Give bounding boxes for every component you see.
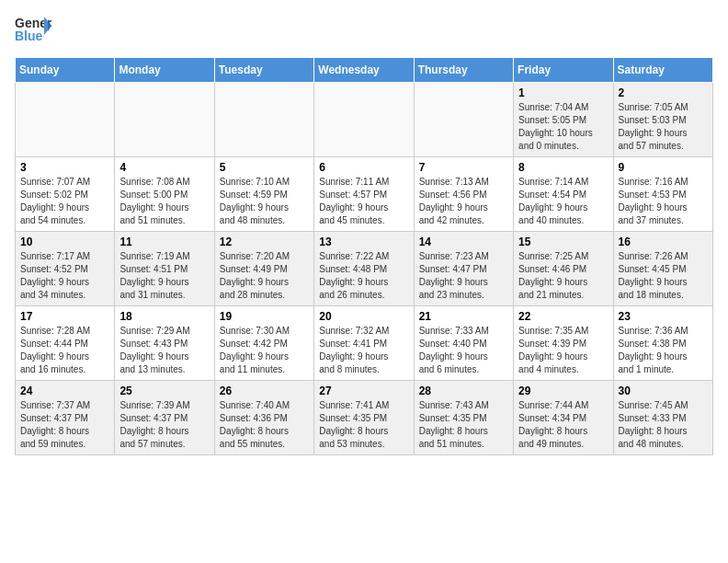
day-detail: Sunrise: 7:07 AM Sunset: 5:02 PM Dayligh… xyxy=(20,176,109,227)
calendar-cell: 7Sunrise: 7:13 AM Sunset: 4:56 PM Daylig… xyxy=(414,157,513,232)
calendar-cell: 20Sunrise: 7:32 AM Sunset: 4:41 PM Dayli… xyxy=(314,306,414,381)
calendar-cell xyxy=(115,83,214,157)
day-detail: Sunrise: 7:25 AM Sunset: 4:46 PM Dayligh… xyxy=(518,250,608,302)
calendar-header-row: SundayMondayTuesdayWednesdayThursdayFrid… xyxy=(16,58,713,83)
day-detail: Sunrise: 7:26 AM Sunset: 4:45 PM Dayligh… xyxy=(619,250,708,302)
calendar-header-wednesday: Wednesday xyxy=(314,58,414,83)
day-number: 10 xyxy=(20,236,109,248)
day-detail: Sunrise: 7:35 AM Sunset: 4:39 PM Dayligh… xyxy=(518,325,608,376)
day-detail: Sunrise: 7:17 AM Sunset: 4:52 PM Dayligh… xyxy=(20,250,109,302)
day-number: 5 xyxy=(220,161,309,174)
calendar-table: SundayMondayTuesdayWednesdayThursdayFrid… xyxy=(15,57,713,455)
day-number: 8 xyxy=(518,161,608,174)
day-number: 14 xyxy=(419,236,508,248)
day-number: 28 xyxy=(419,385,508,397)
day-number: 21 xyxy=(419,310,508,323)
day-detail: Sunrise: 7:32 AM Sunset: 4:41 PM Dayligh… xyxy=(319,325,408,376)
calendar-cell: 21Sunrise: 7:33 AM Sunset: 4:40 PM Dayli… xyxy=(414,306,513,381)
calendar-cell: 26Sunrise: 7:40 AM Sunset: 4:36 PM Dayli… xyxy=(214,381,313,455)
day-detail: Sunrise: 7:11 AM Sunset: 4:57 PM Dayligh… xyxy=(319,176,408,227)
day-number: 4 xyxy=(119,161,209,174)
day-detail: Sunrise: 7:30 AM Sunset: 4:42 PM Dayligh… xyxy=(220,325,309,376)
calendar-header-tuesday: Tuesday xyxy=(214,58,313,83)
calendar-cell xyxy=(16,83,115,157)
day-detail: Sunrise: 7:20 AM Sunset: 4:49 PM Dayligh… xyxy=(220,250,309,302)
calendar-cell xyxy=(414,83,513,157)
day-number: 22 xyxy=(518,310,608,323)
calendar-cell: 25Sunrise: 7:39 AM Sunset: 4:37 PM Dayli… xyxy=(115,381,214,455)
day-detail: Sunrise: 7:14 AM Sunset: 4:54 PM Dayligh… xyxy=(518,176,608,227)
calendar-cell xyxy=(314,83,414,157)
calendar-cell: 10Sunrise: 7:17 AM Sunset: 4:52 PM Dayli… xyxy=(16,232,115,306)
day-number: 7 xyxy=(419,161,508,174)
calendar-cell: 27Sunrise: 7:41 AM Sunset: 4:35 PM Dayli… xyxy=(314,381,414,455)
calendar-cell: 14Sunrise: 7:23 AM Sunset: 4:47 PM Dayli… xyxy=(414,232,513,306)
calendar-header-thursday: Thursday xyxy=(414,58,513,83)
day-number: 11 xyxy=(119,236,209,248)
day-detail: Sunrise: 7:13 AM Sunset: 4:56 PM Dayligh… xyxy=(419,176,508,227)
day-detail: Sunrise: 7:05 AM Sunset: 5:03 PM Dayligh… xyxy=(619,101,708,153)
day-detail: Sunrise: 7:37 AM Sunset: 4:37 PM Dayligh… xyxy=(20,399,109,451)
calendar-header-monday: Monday xyxy=(115,58,214,83)
calendar-cell: 17Sunrise: 7:28 AM Sunset: 4:44 PM Dayli… xyxy=(16,306,115,381)
day-detail: Sunrise: 7:33 AM Sunset: 4:40 PM Dayligh… xyxy=(419,325,508,376)
day-detail: Sunrise: 7:45 AM Sunset: 4:33 PM Dayligh… xyxy=(619,399,708,451)
calendar-header-saturday: Saturday xyxy=(613,58,712,83)
calendar-week-4: 24Sunrise: 7:37 AM Sunset: 4:37 PM Dayli… xyxy=(16,381,713,455)
day-number: 2 xyxy=(619,86,708,99)
calendar-cell: 1Sunrise: 7:04 AM Sunset: 5:05 PM Daylig… xyxy=(514,83,613,157)
calendar-cell: 12Sunrise: 7:20 AM Sunset: 4:49 PM Dayli… xyxy=(214,232,313,306)
day-number: 17 xyxy=(20,310,109,323)
calendar-week-1: 3Sunrise: 7:07 AM Sunset: 5:02 PM Daylig… xyxy=(16,157,713,232)
day-number: 9 xyxy=(619,161,708,174)
day-detail: Sunrise: 7:19 AM Sunset: 4:51 PM Dayligh… xyxy=(119,250,209,302)
day-detail: Sunrise: 7:43 AM Sunset: 4:35 PM Dayligh… xyxy=(419,399,508,451)
day-number: 16 xyxy=(619,236,708,248)
calendar-cell xyxy=(214,83,313,157)
calendar-cell: 29Sunrise: 7:44 AM Sunset: 4:34 PM Dayli… xyxy=(514,381,613,455)
day-detail: Sunrise: 7:10 AM Sunset: 4:59 PM Dayligh… xyxy=(220,176,309,227)
calendar-cell: 13Sunrise: 7:22 AM Sunset: 4:48 PM Dayli… xyxy=(314,232,414,306)
logo-icon: General Blue xyxy=(15,15,51,48)
calendar-week-0: 1Sunrise: 7:04 AM Sunset: 5:05 PM Daylig… xyxy=(16,83,713,157)
day-detail: Sunrise: 7:40 AM Sunset: 4:36 PM Dayligh… xyxy=(220,399,309,451)
day-number: 12 xyxy=(220,236,309,248)
day-detail: Sunrise: 7:28 AM Sunset: 4:44 PM Dayligh… xyxy=(20,325,109,376)
day-number: 25 xyxy=(119,385,209,397)
calendar-cell: 16Sunrise: 7:26 AM Sunset: 4:45 PM Dayli… xyxy=(613,232,712,306)
day-number: 3 xyxy=(20,161,109,174)
header: General Blue xyxy=(15,15,713,48)
day-number: 26 xyxy=(220,385,309,397)
calendar-cell: 18Sunrise: 7:29 AM Sunset: 4:43 PM Dayli… xyxy=(115,306,214,381)
day-detail: Sunrise: 7:04 AM Sunset: 5:05 PM Dayligh… xyxy=(518,101,608,153)
calendar-cell: 19Sunrise: 7:30 AM Sunset: 4:42 PM Dayli… xyxy=(214,306,313,381)
calendar-header-sunday: Sunday xyxy=(16,58,115,83)
day-number: 29 xyxy=(518,385,608,397)
calendar-cell: 28Sunrise: 7:43 AM Sunset: 4:35 PM Dayli… xyxy=(414,381,513,455)
day-detail: Sunrise: 7:08 AM Sunset: 5:00 PM Dayligh… xyxy=(119,176,209,227)
calendar-cell: 4Sunrise: 7:08 AM Sunset: 5:00 PM Daylig… xyxy=(115,157,214,232)
logo: General Blue xyxy=(15,15,51,48)
calendar-cell: 24Sunrise: 7:37 AM Sunset: 4:37 PM Dayli… xyxy=(16,381,115,455)
svg-text:Blue: Blue xyxy=(15,29,43,43)
calendar-week-3: 17Sunrise: 7:28 AM Sunset: 4:44 PM Dayli… xyxy=(16,306,713,381)
calendar-cell: 23Sunrise: 7:36 AM Sunset: 4:38 PM Dayli… xyxy=(613,306,712,381)
day-detail: Sunrise: 7:16 AM Sunset: 4:53 PM Dayligh… xyxy=(619,176,708,227)
day-detail: Sunrise: 7:41 AM Sunset: 4:35 PM Dayligh… xyxy=(319,399,408,451)
day-detail: Sunrise: 7:22 AM Sunset: 4:48 PM Dayligh… xyxy=(319,250,408,302)
day-number: 23 xyxy=(619,310,708,323)
day-detail: Sunrise: 7:36 AM Sunset: 4:38 PM Dayligh… xyxy=(619,325,708,376)
calendar-cell: 3Sunrise: 7:07 AM Sunset: 5:02 PM Daylig… xyxy=(16,157,115,232)
day-number: 27 xyxy=(319,385,408,397)
day-number: 15 xyxy=(518,236,608,248)
day-number: 20 xyxy=(319,310,408,323)
calendar-cell: 15Sunrise: 7:25 AM Sunset: 4:46 PM Dayli… xyxy=(514,232,613,306)
day-detail: Sunrise: 7:23 AM Sunset: 4:47 PM Dayligh… xyxy=(419,250,508,302)
day-detail: Sunrise: 7:44 AM Sunset: 4:34 PM Dayligh… xyxy=(518,399,608,451)
calendar-cell: 11Sunrise: 7:19 AM Sunset: 4:51 PM Dayli… xyxy=(115,232,214,306)
calendar-cell: 30Sunrise: 7:45 AM Sunset: 4:33 PM Dayli… xyxy=(613,381,712,455)
calendar-cell: 9Sunrise: 7:16 AM Sunset: 4:53 PM Daylig… xyxy=(613,157,712,232)
calendar-cell: 5Sunrise: 7:10 AM Sunset: 4:59 PM Daylig… xyxy=(214,157,313,232)
calendar-cell: 2Sunrise: 7:05 AM Sunset: 5:03 PM Daylig… xyxy=(613,83,712,157)
day-number: 24 xyxy=(20,385,109,397)
